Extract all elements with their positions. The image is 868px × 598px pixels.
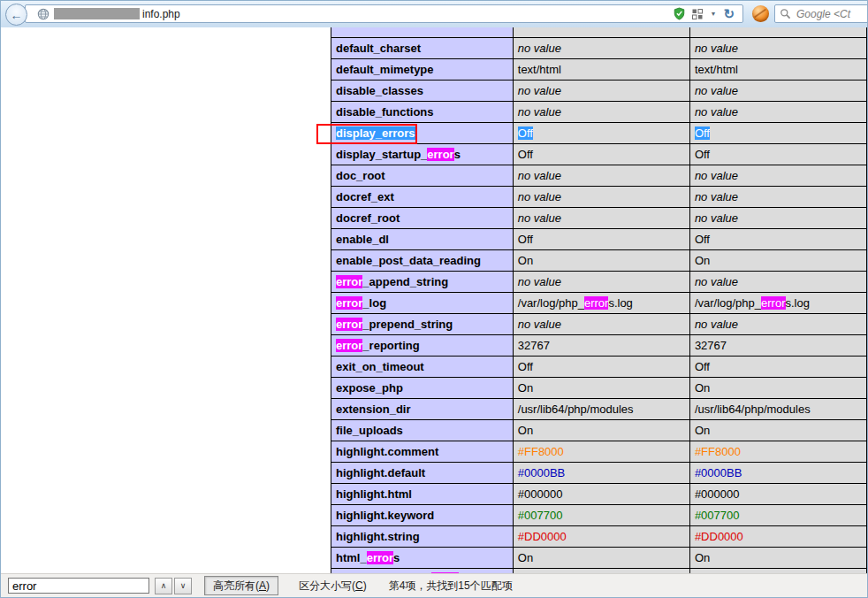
value-cell: On [513, 378, 689, 399]
back-button[interactable]: ← [5, 4, 27, 26]
page-content: default_charsetno valueno valuedefault_m… [1, 27, 867, 574]
value-cell: no value [513, 102, 689, 123]
directive-cell: file_uploads [331, 420, 514, 441]
url-text: info.php [142, 8, 180, 20]
directive-cell: error_prepend_string [331, 314, 514, 335]
directive-cell: error_log [331, 293, 514, 314]
value-cell: #007700 [513, 505, 689, 526]
value-cell: Off [689, 229, 866, 250]
directive-cell: highlight.html [331, 484, 514, 505]
search-box[interactable] [774, 4, 868, 23]
table-row: extension_dir/usr/lib64/php/modules/usr/… [331, 399, 867, 420]
value-cell: no value [689, 314, 866, 335]
directive-cell: error_append_string [331, 272, 514, 293]
directive-cell: disable_classes [331, 80, 514, 102]
value-cell: On [689, 548, 866, 569]
reload-icon[interactable]: ↻ [723, 7, 735, 20]
match-case-accesskey: C [355, 579, 363, 592]
highlight-all-button[interactable]: 高亮所有(A) [204, 576, 278, 595]
value-cell: Off [689, 144, 866, 165]
search-input[interactable] [795, 7, 868, 21]
directive-cell: highlight.default [331, 463, 514, 484]
value-cell: /usr/lib64/php/modules [513, 399, 689, 420]
directive-cell: display_errors [331, 123, 514, 144]
match-case-label: 区分大小写( [299, 579, 355, 594]
directive-cell: display_startup_errors [331, 144, 514, 165]
value-cell: text/html [689, 59, 866, 80]
table-row: error_append_stringno valueno value [331, 272, 867, 293]
value-cell: #DD0000 [513, 526, 689, 548]
value-cell: no value [689, 38, 866, 59]
table-row: highlight.string#DD0000#DD0000 [331, 526, 867, 548]
table-row: disable_classesno valueno value [331, 80, 867, 102]
table-row: enable_dlOffOff [331, 229, 867, 250]
directive-cell: extension_dir [331, 399, 514, 420]
directive-cell: docref_root [331, 208, 514, 229]
value-cell: no value [689, 102, 866, 123]
find-input[interactable] [8, 578, 149, 594]
value-cell [689, 27, 866, 38]
value-cell: Off [513, 229, 689, 250]
value-cell: no value [513, 38, 689, 59]
value-cell: no value [689, 80, 866, 102]
value-cell: #000000 [689, 484, 866, 505]
value-cell: text/html [513, 59, 689, 80]
browser-window: ← info.php ▼ ↻ [0, 0, 868, 598]
value-cell: 32767 [513, 335, 689, 356]
find-previous-button[interactable]: ∧ [155, 578, 172, 594]
directive-cell: highlight.comment [331, 441, 514, 463]
phpinfo-table-body: default_charsetno valueno valuedefault_m… [331, 27, 867, 574]
directive-cell: doc_root [331, 165, 514, 187]
back-arrow-icon: ← [11, 8, 23, 22]
directive-cell: docref_ext [331, 187, 514, 208]
table-row: display_startup_errorsOffOff [331, 144, 867, 165]
find-next-button[interactable]: ∨ [174, 578, 192, 594]
directive-cell: enable_post_data_reading [331, 250, 514, 272]
directive-cell: highlight.string [331, 526, 514, 548]
value-cell: no value [689, 272, 866, 293]
chevron-down-icon: ∨ [180, 581, 187, 590]
find-status: 第4项，共找到15个匹配项 [389, 579, 513, 594]
directive-cell: html_errors [331, 548, 514, 569]
highlight-all-label-end: ) [266, 579, 270, 592]
table-row: disable_functionsno valueno value [331, 102, 867, 123]
addon-orange-ball-icon[interactable] [752, 5, 769, 22]
match-case-button[interactable]: 区分大小写(C) [291, 577, 375, 594]
table-row: highlight.html#000000#000000 [331, 484, 867, 505]
table-row: html_errorsOnOn [331, 548, 867, 569]
directive-cell: default_mimetype [331, 59, 514, 80]
table-row: error_reporting3276732767 [331, 335, 867, 356]
search-magnifier-icon[interactable] [780, 8, 791, 19]
find-bar: ∧ ∨ 高亮所有(A) 区分大小写(C) 第4项，共找到15个匹配项 [1, 573, 867, 597]
value-cell: On [513, 250, 689, 272]
value-cell: no value [689, 165, 866, 187]
value-cell: #0000BB [513, 463, 689, 484]
value-cell: On [513, 548, 689, 569]
value-cell: #000000 [513, 484, 689, 505]
address-bar[interactable]: info.php ▼ ↻ [25, 4, 743, 23]
table-row: file_uploadsOnOn [331, 420, 867, 441]
value-cell: On [689, 378, 866, 399]
value-cell: #DD0000 [689, 526, 866, 548]
table-row: default_mimetypetext/htmltext/html [331, 59, 867, 80]
table-row: highlight.comment#FF8000#FF8000 [331, 441, 867, 463]
value-cell: #007700 [689, 505, 866, 526]
site-safety-shield-icon[interactable] [674, 7, 685, 20]
red-annotation-box [316, 124, 417, 144]
bookmark-dropdown-caret-icon[interactable]: ▼ [710, 11, 716, 17]
value-cell: no value [513, 187, 689, 208]
value-cell: On [689, 420, 866, 441]
value-cell: Off [513, 144, 689, 165]
highlight-all-accesskey: A [259, 579, 266, 592]
globe-favicon-icon [37, 8, 49, 20]
directive-cell: highlight.keyword [331, 505, 514, 526]
value-cell: #0000BB [689, 463, 866, 484]
value-cell: #FF8000 [513, 441, 689, 463]
value-cell: /var/log/php_errors.log [689, 293, 866, 314]
table-row: display_errorsOffOff [331, 123, 867, 144]
value-cell: Off [689, 123, 866, 144]
table-row: highlight.default#0000BB#0000BB [331, 463, 867, 484]
grid-addon-icon[interactable] [692, 9, 703, 19]
table-row: enable_post_data_readingOnOn [331, 250, 867, 272]
table-row: doc_rootno valueno value [331, 165, 867, 187]
